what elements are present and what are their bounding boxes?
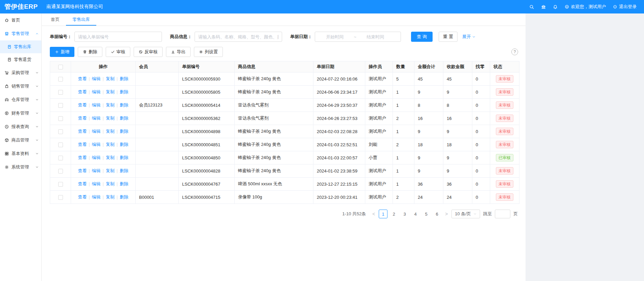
row-action-edit[interactable]: 编辑 (92, 142, 101, 147)
sidebar-item-retail-outbound[interactable]: 零售出库 (0, 40, 41, 53)
row-action-copy[interactable]: 复制 (106, 76, 114, 81)
row-checkbox[interactable] (58, 156, 63, 160)
sidebar-item-finance[interactable]: 财务管理 (0, 106, 41, 120)
row-action-view[interactable]: 查看 (78, 76, 87, 81)
row-action-copy[interactable]: 复制 (106, 181, 114, 186)
sidebar-item-basic[interactable]: 基本资料 (0, 147, 41, 160)
row-action-edit[interactable]: 编辑 (92, 89, 101, 94)
help-button[interactable]: ? (511, 49, 518, 55)
date-end-input[interactable] (358, 34, 393, 39)
row-action-edit[interactable]: 编辑 (92, 76, 101, 81)
audit-button[interactable]: 审核 (106, 47, 130, 57)
tab-0[interactable]: 首页 (44, 13, 66, 26)
row-action-delete[interactable]: 删除 (120, 142, 129, 147)
row-checkbox[interactable] (58, 129, 63, 134)
row-action-copy[interactable]: 复制 (106, 116, 114, 121)
export-button[interactable]: 导出 (166, 47, 191, 57)
jump-page-input[interactable] (495, 210, 510, 218)
row-checkbox[interactable] (58, 103, 63, 108)
row-action-view[interactable]: 查看 (78, 194, 87, 199)
page-number-5[interactable]: 5 (422, 210, 431, 218)
date-range-picker[interactable]: ~ (315, 32, 401, 42)
row-action-view[interactable]: 查看 (78, 181, 87, 186)
goods-info-input[interactable] (195, 32, 282, 42)
page-number-6[interactable]: 6 (433, 210, 441, 218)
row-action-view[interactable]: 查看 (78, 102, 87, 107)
action-divider: | (89, 194, 90, 199)
sidebar-item-retail[interactable]: 零售管理 (0, 27, 41, 40)
delete-button[interactable]: 删除 (78, 47, 102, 57)
search-button[interactable]: 查询 (411, 32, 433, 42)
row-checkbox[interactable] (58, 77, 63, 82)
unaudit-button[interactable]: 反审核 (134, 47, 163, 57)
row-action-copy[interactable]: 复制 (106, 194, 114, 199)
row-action-copy[interactable]: 复制 (106, 155, 114, 160)
reset-button[interactable]: 重置 (439, 32, 457, 42)
row-checkbox[interactable] (58, 169, 63, 174)
row-checkbox[interactable] (58, 182, 63, 187)
sidebar-item-retail-return[interactable]: 零售退货 (0, 53, 41, 66)
page-number-3[interactable]: 3 (400, 210, 409, 218)
row-checkbox[interactable] (58, 90, 63, 95)
row-action-edit[interactable]: 编辑 (92, 102, 101, 107)
row-action-copy[interactable]: 复制 (106, 168, 114, 173)
row-action-delete[interactable]: 删除 (120, 76, 129, 81)
row-action-edit[interactable]: 编辑 (92, 168, 101, 173)
page-size-select[interactable]: 10 条/页 (451, 210, 480, 218)
date-start-input[interactable] (317, 34, 352, 39)
row-action-delete[interactable]: 删除 (120, 102, 129, 107)
row-action-view[interactable]: 查看 (78, 116, 87, 121)
sidebar-item-goods[interactable]: 商品管理 (0, 133, 41, 147)
row-action-copy[interactable]: 复制 (106, 89, 114, 94)
select-all-checkbox[interactable] (58, 65, 63, 69)
action-divider: | (116, 168, 117, 173)
row-checkbox[interactable] (58, 143, 63, 147)
logout-button[interactable]: 退出登录 (613, 4, 637, 10)
page-number-4[interactable]: 4 (411, 210, 420, 218)
notification-bell-icon[interactable] (553, 4, 558, 9)
row-action-copy[interactable]: 复制 (106, 102, 114, 107)
row-action-copy[interactable]: 复制 (106, 129, 114, 134)
page-number-2[interactable]: 2 (389, 210, 398, 218)
row-checkbox[interactable] (58, 116, 63, 121)
sidebar-item-system[interactable]: 系统管理 (0, 160, 41, 174)
row-action-view[interactable]: 查看 (78, 168, 87, 173)
bank-icon[interactable] (541, 4, 546, 9)
row-action-copy[interactable]: 复制 (106, 142, 114, 147)
row-action-delete[interactable]: 删除 (120, 89, 129, 94)
row-action-delete[interactable]: 删除 (120, 129, 129, 134)
add-button[interactable]: 新增 (50, 47, 74, 57)
row-action-edit[interactable]: 编辑 (92, 194, 101, 199)
row-action-view[interactable]: 查看 (78, 155, 87, 160)
row-action-view[interactable]: 查看 (78, 142, 87, 147)
sidebar-item-report[interactable]: 报表查询 (0, 120, 41, 133)
next-page-arrow[interactable]: > (444, 211, 448, 217)
bill-no-input[interactable] (74, 32, 162, 42)
column-settings-button[interactable]: 列设置 (194, 47, 223, 57)
row-action-view[interactable]: 查看 (78, 89, 87, 94)
row-checkbox[interactable] (58, 195, 63, 200)
sidebar-item-sales[interactable]: 销售管理 (0, 80, 41, 93)
row-action-delete[interactable]: 删除 (120, 155, 129, 160)
expand-filters-link[interactable]: 展开 (462, 34, 476, 40)
prev-page-arrow[interactable]: < (372, 211, 376, 217)
cell-operator: 刘能 (365, 138, 393, 151)
cell-date: 2024-06-06 23:34:17 (313, 86, 365, 99)
row-action-delete[interactable]: 删除 (120, 116, 129, 121)
page-number-1[interactable]: 1 (379, 210, 387, 218)
sidebar-item-warehouse[interactable]: 仓库管理 (0, 93, 41, 106)
row-action-view[interactable]: 查看 (78, 129, 87, 134)
sidebar-item-purchase[interactable]: 采购管理 (0, 66, 41, 80)
cart-icon (4, 70, 9, 75)
row-action-delete[interactable]: 删除 (120, 181, 129, 186)
tab-1[interactable]: 零售出库 (66, 13, 96, 26)
user-welcome[interactable]: 欢迎您，测试用户 (565, 4, 606, 10)
row-action-edit[interactable]: 编辑 (92, 181, 101, 186)
row-action-delete[interactable]: 删除 (120, 194, 129, 199)
row-action-delete[interactable]: 删除 (120, 168, 129, 173)
sidebar-item-home[interactable]: 首页 (0, 13, 41, 27)
search-icon[interactable] (529, 4, 534, 9)
row-action-edit[interactable]: 编辑 (92, 116, 101, 121)
row-action-edit[interactable]: 编辑 (92, 155, 101, 160)
row-action-edit[interactable]: 编辑 (92, 129, 101, 134)
